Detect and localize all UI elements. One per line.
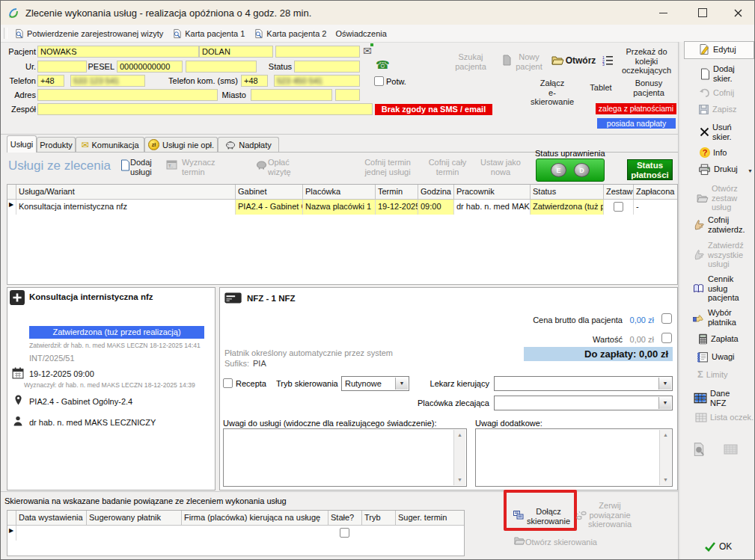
declarations-button[interactable]: Oświadczenia bbox=[331, 28, 391, 40]
new-patient-button[interactable]: Nowy pacjent bbox=[514, 52, 544, 71]
referral-mode-select[interactable]: Rutynowe ▼ bbox=[341, 376, 409, 391]
tab-komunikacja[interactable]: ✉Komunikacja bbox=[76, 137, 144, 152]
col-sugerowany-platnik[interactable]: Sugerowany płatnik bbox=[87, 511, 182, 526]
vertical-scrollbar[interactable]: ▲▼ bbox=[453, 430, 465, 485]
dither-grid-icon[interactable] bbox=[724, 444, 738, 455]
id-extra-field[interactable] bbox=[186, 61, 257, 73]
col-godzina[interactable]: Godzina bbox=[418, 185, 454, 200]
col-data-wystawienia[interactable]: Data wystawienia bbox=[16, 511, 87, 526]
payment-status-button[interactable]: Status płatności bbox=[627, 159, 673, 180]
address-field[interactable] bbox=[37, 89, 218, 101]
referral-row[interactable]: ▶ bbox=[7, 526, 464, 541]
pesel-field[interactable]: 00000000000 bbox=[117, 61, 183, 73]
col-stale[interactable]: Stałe? bbox=[328, 511, 362, 526]
recepta-checkbox[interactable] bbox=[223, 378, 233, 388]
sidebar-item-info[interactable]: ? Info bbox=[700, 147, 727, 158]
search-patient-button[interactable]: Szukaj pacjenta bbox=[451, 52, 490, 71]
permission-status-button[interactable]: E D bbox=[536, 159, 605, 182]
tab-uslugi[interactable]: Usługi bbox=[7, 135, 37, 153]
birthdate-field[interactable] bbox=[37, 61, 87, 73]
sidebar-item-cofnij[interactable]: Cofnij bbox=[699, 88, 734, 98]
scroll-down-icon[interactable]: ▼ bbox=[454, 475, 465, 485]
sms-phone-field[interactable]: 523 450 541 bbox=[274, 75, 360, 87]
tab-nadplaty[interactable]: Nadpłaty bbox=[218, 137, 279, 152]
minimize-button[interactable] bbox=[650, 4, 676, 22]
sidebar-item-usun-skier[interactable]: Usuń skier. bbox=[700, 123, 732, 141]
stale-checkbox[interactable] bbox=[340, 528, 349, 538]
tab-produkty[interactable]: Produkty bbox=[37, 137, 76, 152]
pay-visit-button[interactable]: Opłać wizytę bbox=[268, 158, 295, 176]
phone-call-icon[interactable]: ☎ bbox=[376, 58, 390, 72]
sidebar-item-wybor-platnika[interactable]: Wybór płatnika bbox=[692, 308, 736, 327]
phone-prefix-field[interactable]: +48 bbox=[37, 75, 64, 87]
break-referral-link-button[interactable]: Zerwij powiązanie skierowania bbox=[587, 501, 633, 529]
ok-button[interactable]: OK bbox=[704, 541, 732, 552]
add-services-button[interactable]: Dodaj usługi bbox=[130, 158, 160, 176]
gross-price-checkbox[interactable] bbox=[661, 313, 672, 324]
col-zestaw[interactable]: Zestaw bbox=[604, 185, 634, 200]
waiting-queue-icon[interactable]: 123 bbox=[602, 55, 614, 66]
close-button[interactable] bbox=[725, 4, 751, 22]
middlename-field[interactable] bbox=[275, 46, 360, 58]
maximize-button[interactable] bbox=[690, 4, 715, 22]
sidebar-item-uwagi[interactable]: Uwagi bbox=[697, 351, 735, 363]
zestaw-checkbox[interactable] bbox=[614, 202, 623, 212]
sidebar-item-dane-nfz[interactable]: Dane NFZ bbox=[694, 389, 730, 407]
additional-remarks-textarea[interactable]: ▲▼ bbox=[475, 428, 673, 487]
undo-whole-date-button[interactable]: Cofnij cały termin bbox=[427, 158, 468, 176]
team-field[interactable] bbox=[37, 103, 373, 115]
patient-card-1-button[interactable]: Karta pacjenta 1 bbox=[168, 27, 249, 40]
sidebar-item-limity[interactable]: Σ Limity bbox=[697, 370, 728, 380]
ordering-facility-select[interactable]: ▼ bbox=[494, 396, 673, 410]
col-usluga[interactable]: Usługa/Wariant bbox=[16, 185, 236, 200]
document-preview-icon[interactable] bbox=[692, 442, 706, 457]
sidebar-item-lista-oczek[interactable]: Lista oczek. bbox=[695, 413, 754, 422]
referring-doctor-select[interactable]: ▼ bbox=[494, 376, 673, 391]
open-referrals-button[interactable]: Otwórz skierowania bbox=[525, 538, 599, 547]
sidebar-item-zaplata[interactable]: Zapłata bbox=[698, 333, 739, 345]
zip-field[interactable] bbox=[335, 89, 360, 101]
vertical-scrollbar[interactable]: ▲▼ bbox=[659, 430, 671, 485]
surname-field[interactable]: NOWAKS bbox=[37, 46, 199, 58]
firstname-field[interactable]: DOLAN bbox=[199, 46, 273, 58]
transfer-to-waiting-list-button[interactable]: Przekaż do kolejki oczekujących bbox=[620, 47, 673, 76]
value-checkbox[interactable] bbox=[661, 333, 672, 343]
confirm-visit-printout-button[interactable]: Potwierdzenie zarejestrowanej wizyty bbox=[10, 27, 168, 40]
set-as-new-button[interactable]: Ustaw jako nowa bbox=[480, 158, 522, 176]
sms-prefix-field[interactable]: +48 bbox=[241, 75, 268, 87]
col-pracownik[interactable]: Pracownik bbox=[454, 185, 531, 200]
undo-one-service-date-button[interactable]: Cofnij termin jednej usługi bbox=[364, 158, 412, 176]
attach-referral-button[interactable]: Dołącz skierowanie bbox=[525, 507, 572, 526]
col-zaplacona[interactable]: Zapłacona bbox=[634, 185, 677, 200]
potw-checkbox[interactable] bbox=[374, 76, 384, 86]
scroll-up-icon[interactable]: ▲ bbox=[454, 430, 465, 440]
send-mail-icon[interactable]: ✉ bbox=[363, 45, 372, 57]
drukuj-dropdown-icon[interactable]: ▼ bbox=[748, 167, 753, 176]
sidebar-item-zatwierdz-wszystkie[interactable]: Zatwierdź wszystkie usługi bbox=[693, 241, 744, 269]
scroll-down-icon[interactable]: ▼ bbox=[660, 475, 671, 485]
city-field[interactable] bbox=[251, 89, 332, 101]
tab-uslugi-nie-oplacone[interactable]: złUsługi nie opł. bbox=[144, 137, 218, 152]
sidebar-item-edytuj[interactable]: Edytuj bbox=[698, 43, 736, 55]
col-firma-kierujaca[interactable]: Firma (placówka) kierująca na usługę bbox=[182, 511, 328, 526]
col-tryb[interactable]: Tryb bbox=[362, 511, 396, 526]
set-date-button[interactable]: Wyznacz termin bbox=[182, 158, 218, 176]
col-status[interactable]: Status bbox=[531, 185, 604, 200]
col-suger-termin[interactable]: Suger. termin bbox=[396, 511, 464, 526]
service-row[interactable]: ▶ Konsultacja internistyczna nfz PIA2.4 … bbox=[7, 200, 677, 215]
patient-status-field[interactable] bbox=[294, 61, 360, 73]
col-gabinet[interactable]: Gabinet bbox=[236, 185, 303, 200]
sidebar-item-drukuj[interactable]: Drukuj ▼ bbox=[698, 164, 738, 175]
sidebar-item-otworz-zestaw[interactable]: Otwórz zestaw usług bbox=[697, 184, 738, 212]
phone-field[interactable]: 533 123 541 bbox=[70, 75, 145, 87]
sidebar-item-cennik[interactable]: Cennik usług pacjenta bbox=[692, 274, 739, 303]
scroll-up-icon[interactable]: ▲ bbox=[660, 430, 671, 440]
patient-bonuses-button[interactable]: Bonusy pacjenta bbox=[631, 79, 667, 97]
service-remarks-textarea[interactable]: ▲▼ bbox=[223, 428, 467, 487]
attach-ereferral-button[interactable]: Załącz e-skierowanie bbox=[531, 79, 574, 107]
col-termin[interactable]: Termin bbox=[376, 185, 418, 200]
sidebar-item-zapisz[interactable]: Zapisz bbox=[698, 104, 736, 115]
col-placowka[interactable]: Placówka bbox=[303, 185, 376, 200]
sidebar-item-cofnij-zatwierdz[interactable]: Cofnij zatwierdz. bbox=[693, 215, 745, 234]
open-button[interactable]: Otwórz bbox=[564, 56, 597, 66]
